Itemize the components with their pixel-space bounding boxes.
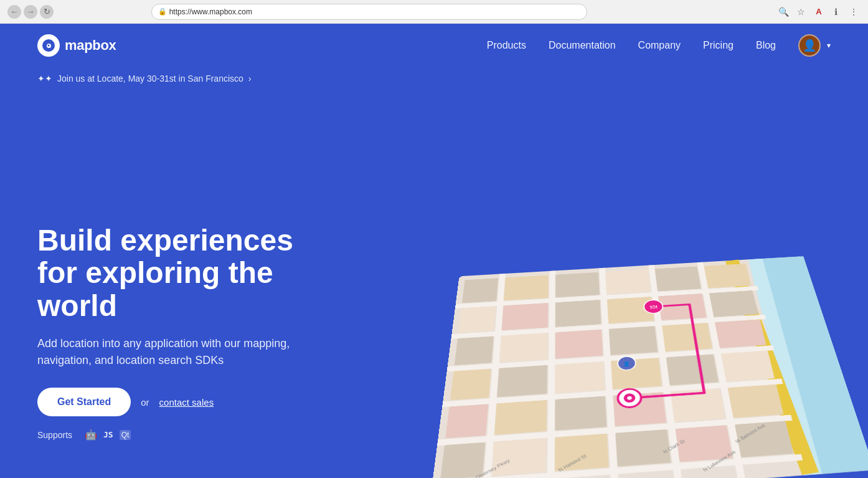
menu-button[interactable]: ⋮ — [847, 5, 861, 19]
map-svg: W Diversey Pkwy N Halsted St N Clark St … — [429, 254, 868, 478]
svg-rect-20 — [704, 264, 751, 289]
info-button[interactable]: ℹ — [829, 5, 843, 19]
address-bar[interactable]: 🔒 https://www.mapbox.com — [151, 4, 587, 20]
nav-blog[interactable]: Blog — [756, 40, 776, 51]
browser-right-controls: 🔍 ☆ A ℹ ⋮ — [777, 5, 861, 19]
get-started-button[interactable]: Get Started — [37, 388, 131, 416]
svg-rect-17 — [555, 272, 600, 298]
svg-rect-19 — [655, 267, 701, 292]
site-header: mapbox Products Documentation Company Pr… — [0, 24, 868, 67]
secure-icon: 🔒 — [158, 7, 167, 16]
back-button[interactable]: ← — [7, 5, 21, 19]
hero-cta: Get Started or contact sales — [37, 388, 324, 416]
supports-label: Supports — [37, 430, 72, 440]
svg-rect-39 — [445, 404, 488, 438]
svg-rect-37 — [666, 354, 719, 385]
contact-sales-link[interactable]: contact sales — [159, 397, 214, 408]
svg-rect-22 — [502, 303, 549, 330]
map-visual: W Diversey Pkwy N Halsted St N Clark St … — [429, 254, 868, 478]
hero-subtitle: Add location into any application with o… — [37, 335, 305, 369]
svg-rect-38 — [721, 351, 775, 382]
svg-rect-23 — [555, 300, 601, 327]
svg-rect-33 — [450, 369, 491, 401]
logo-icon — [37, 34, 60, 57]
svg-rect-21 — [458, 306, 496, 333]
or-text: or — [141, 397, 149, 408]
svg-rect-28 — [499, 333, 548, 362]
reload-button[interactable]: ↻ — [40, 5, 54, 19]
website: mapbox Products Documentation Company Pr… — [0, 24, 868, 478]
svg-rect-44 — [727, 385, 783, 418]
svg-text:🍽: 🍽 — [649, 304, 658, 310]
android-icon: 🤖 — [85, 429, 97, 441]
browser-chrome: ← → ↻ 🔒 https://www.mapbox.com 🔍 ☆ A ℹ ⋮ — [0, 0, 868, 24]
extension-icon[interactable]: A — [812, 5, 826, 19]
logo-dot — [47, 44, 51, 48]
svg-rect-15 — [462, 278, 498, 303]
bookmark-button[interactable]: ☆ — [795, 5, 808, 19]
supports-row: Supports 🤖 JS Qt — [37, 429, 324, 441]
nav-documentation[interactable]: Documentation — [549, 40, 616, 51]
zoom-button[interactable]: 🔍 — [777, 5, 791, 19]
svg-rect-18 — [605, 269, 651, 294]
svg-rect-30 — [609, 326, 658, 355]
svg-rect-32 — [715, 320, 767, 348]
svg-rect-29 — [555, 330, 603, 359]
qt-icon: Qt — [120, 430, 131, 440]
hero-content: Build experiences for exploring the worl… — [0, 224, 361, 478]
svg-rect-46 — [491, 438, 546, 476]
svg-rect-26 — [709, 290, 758, 317]
nav-products[interactable]: Products — [487, 40, 526, 51]
svg-text:👤: 👤 — [622, 361, 631, 368]
svg-rect-27 — [455, 336, 494, 365]
logo-text: mapbox — [65, 37, 116, 54]
main-nav: Products Documentation Company Pricing B… — [487, 34, 831, 57]
logo-link[interactable]: mapbox — [37, 34, 116, 57]
avatar: 👤 — [798, 34, 821, 57]
svg-rect-31 — [662, 323, 712, 351]
svg-rect-41 — [555, 396, 606, 431]
hero-section: Build experiences for exploring the worl… — [0, 74, 868, 478]
js-icon: JS — [103, 430, 113, 439]
nav-company[interactable]: Company — [638, 40, 681, 51]
svg-rect-25 — [658, 294, 706, 320]
hero-title: Build experiences for exploring the worl… — [37, 224, 324, 323]
url-text: https://www.mapbox.com — [169, 7, 252, 16]
forward-button[interactable]: → — [24, 5, 37, 19]
chevron-down-icon: ▾ — [827, 41, 831, 50]
svg-rect-48 — [615, 429, 671, 467]
svg-rect-45 — [440, 442, 485, 478]
svg-rect-34 — [497, 365, 547, 397]
browser-nav-buttons: ← → ↻ — [7, 5, 54, 19]
svg-rect-16 — [504, 275, 549, 300]
nav-pricing[interactable]: Pricing — [703, 40, 734, 51]
user-menu[interactable]: 👤 ▾ — [798, 34, 831, 57]
svg-rect-35 — [555, 361, 605, 393]
svg-rect-40 — [494, 400, 547, 435]
logo-inner — [42, 39, 55, 52]
